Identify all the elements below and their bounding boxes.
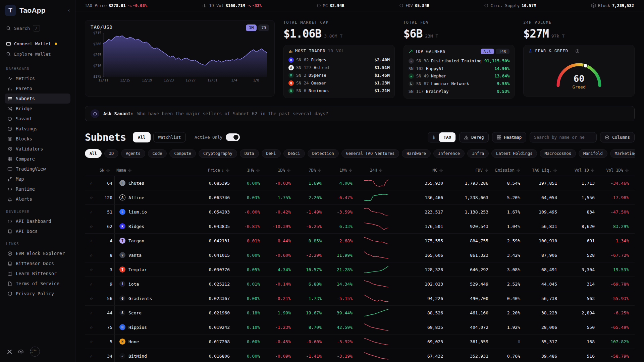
table-row-iota[interactable]: ☆ 9 iiota 0.025212 0.01% -0.14% 6.88% 14… xyxy=(85,277,635,291)
favorite-star-icon[interactable]: ☆ xyxy=(90,238,93,244)
top-gainer-item[interactable]: ▲SN 49Nepher13.84% xyxy=(409,72,510,80)
sidebar-item-api-docs[interactable]: API Docs xyxy=(5,226,70,236)
table-row-affine[interactable]: ☆ 120 AAffine 0.063746 0.03% 1.75% 2.26%… xyxy=(85,190,635,205)
range-button-1m[interactable]: 1M xyxy=(246,24,257,31)
category-chip-agents[interactable]: Agents xyxy=(121,149,145,158)
explore-wallet-button[interactable]: Explore Wallet xyxy=(5,49,70,59)
category-chip-latent-holdings[interactable]: Latent Holdings xyxy=(491,149,537,158)
top-gainer-item[interactable]: ✳SN 38Distributed Training91,115.50% xyxy=(409,57,510,65)
sidebar-item-bittensor-docs[interactable]: Bittensor Docs xyxy=(5,258,70,268)
column-header-1d[interactable]: 1D% xyxy=(262,168,293,173)
column-move-icon[interactable] xyxy=(348,168,353,172)
favorite-star-icon[interactable]: ☆ xyxy=(90,324,93,330)
top-gainer-item[interactable]: LSN 87Luminar Network9.55% xyxy=(409,80,510,87)
gainers-tab-t40[interactable]: T40 xyxy=(496,49,509,54)
x-social-icon[interactable] xyxy=(7,349,12,355)
sidebar-item-learn-bittensor[interactable]: Learn Bittensor xyxy=(5,268,70,279)
column-move-icon[interactable] xyxy=(591,168,595,172)
favorite-star-icon[interactable]: ☆ xyxy=(90,223,93,229)
column-header-name[interactable]: Name xyxy=(114,168,181,173)
table-row-score[interactable]: ☆ 44 SScore 0.021960 0.18% 1.99% 19.67% … xyxy=(85,306,635,320)
most-traded-item[interactable]: QSN 24Quasar$1.23M xyxy=(288,79,390,87)
table-row-hone[interactable]: ☆ 5 HHone 0.017208 0.00% -0.45% -0.60% -… xyxy=(85,335,635,349)
columns-button[interactable]: Columns xyxy=(600,132,635,142)
column-move-icon[interactable] xyxy=(226,168,230,172)
table-row-vanta[interactable]: ☆ 8 VVanta 0.041015 0.00% -0.60% -2.29% … xyxy=(85,248,635,262)
category-chip-hardware[interactable]: Hardware xyxy=(402,149,431,158)
table-row-bitmind[interactable]: ☆ 34 ✓BitMind 0.016806 0.00% -0.09% -1.4… xyxy=(85,349,635,362)
column-header-price[interactable]: Price↓ xyxy=(181,168,232,173)
category-chip-desci[interactable]: DeSci xyxy=(283,149,305,158)
column-move-icon[interactable] xyxy=(318,168,322,172)
category-chip-cryptography[interactable]: Cryptography xyxy=(199,149,237,158)
column-header-1m[interactable]: 1M% xyxy=(324,168,355,173)
connect-wallet-button[interactable]: Connect Wallet xyxy=(5,39,70,49)
table-row-chutes[interactable]: ☆ 64 CChutes 0.085395 0.00% -0.03% 1.69%… xyxy=(85,176,635,190)
category-chip-manifold[interactable]: Manifold xyxy=(579,149,607,158)
column-move-icon[interactable] xyxy=(256,168,260,172)
favorite-star-icon[interactable]: ☆ xyxy=(90,209,93,215)
favorite-star-icon[interactable]: ☆ xyxy=(90,194,93,200)
view-tab-watchlist[interactable]: Watchlist xyxy=(153,132,186,142)
column-header-vol-1d[interactable]: Vol 1D% xyxy=(597,168,631,173)
most-traded-item[interactable]: RSN 62Ridges$2.40M xyxy=(288,56,390,64)
sidebar-item-tradingview[interactable]: TradingView xyxy=(5,164,70,174)
category-chip-defi[interactable]: DeFi xyxy=(262,149,281,158)
category-chip-detection[interactable]: Detection xyxy=(308,149,339,158)
column-move-icon[interactable] xyxy=(516,168,520,172)
column-header-vol-1d[interactable]: Vol 1D xyxy=(559,168,597,173)
column-move-icon[interactable] xyxy=(128,168,132,172)
column-header-tao-liq[interactable]: TAO Liq. xyxy=(522,168,559,173)
most-traded-item[interactable]: NSN 6Numinous$1.21M xyxy=(288,87,390,95)
sidebar-item-pareto[interactable]: Pareto xyxy=(5,83,70,94)
favorite-star-icon[interactable]: ☆ xyxy=(90,281,93,287)
sidebar-item-savant[interactable]: Savant xyxy=(5,114,70,124)
column-header-sn[interactable]: SN xyxy=(98,168,114,173)
subnet-search-input[interactable] xyxy=(530,132,597,142)
favorite-star-icon[interactable]: ☆ xyxy=(90,310,93,316)
top-gainer-item[interactable]: SN 103HappyAI14.96% xyxy=(409,65,510,72)
sidebar-item-halvings[interactable]: Halvings xyxy=(5,124,70,134)
sidebar-collapse-button[interactable]: ‹ xyxy=(67,7,70,13)
column-move-icon[interactable] xyxy=(625,168,629,172)
sidebar-item-runtime[interactable]: Runtime xyxy=(5,184,70,194)
app-logo[interactable]: T xyxy=(5,5,16,16)
dereg-button[interactable]: Dereg xyxy=(459,132,489,142)
sidebar-item-terms-of-service[interactable]: Terms of Service xyxy=(5,279,70,289)
table-row-ridges[interactable]: ☆ 62 RRidges 0.043835 -0.81% -10.39% -6.… xyxy=(85,219,635,234)
sidebar-item-map[interactable]: Map xyxy=(5,174,70,184)
top-gainer-item[interactable]: SN 117BrainPlay8.53% xyxy=(409,87,510,95)
category-chip-3d[interactable]: 3D xyxy=(104,149,118,158)
table-row-hippius[interactable]: ☆ 75 HHippius 0.019242 0.10% -1.23% 8.70… xyxy=(85,320,635,335)
category-chip-compute[interactable]: Compute xyxy=(169,149,196,158)
currency-option-usd[interactable]: $ xyxy=(428,132,439,142)
column-header-7d[interactable]: 7D% xyxy=(293,168,324,173)
category-chip-marketing[interactable]: Marketing xyxy=(610,149,635,158)
category-chip-data[interactable]: Data xyxy=(240,149,259,158)
column-header-24h[interactable]: 24H xyxy=(355,168,398,173)
column-move-icon[interactable] xyxy=(553,168,557,172)
category-chip-all[interactable]: All xyxy=(85,149,102,158)
sidebar-item-blocks[interactable]: Blocks xyxy=(5,134,70,144)
category-chip-infra[interactable]: Infra xyxy=(467,149,489,158)
column-header-fdv[interactable]: FDV xyxy=(445,168,490,173)
heatmap-button[interactable]: Heatmap xyxy=(492,132,527,142)
discord-icon[interactable] xyxy=(18,348,24,355)
column-move-icon[interactable] xyxy=(106,168,110,172)
table-row-lium-io[interactable]: ☆ 51 Llium.io 0.054203 -0.00% -0.42% -1.… xyxy=(85,205,635,219)
favorite-star-icon[interactable]: ☆ xyxy=(90,252,93,258)
column-move-icon[interactable] xyxy=(439,168,443,172)
category-chip-macrocosmos[interactable]: Macrocosmos xyxy=(540,149,576,158)
range-button-7d[interactable]: 7D xyxy=(258,24,269,31)
sidebar-item-validators[interactable]: Validators xyxy=(5,144,70,154)
column-move-icon[interactable] xyxy=(379,168,383,172)
favorite-star-icon[interactable]: ☆ xyxy=(90,339,93,345)
sidebar-item-alerts[interactable]: Alerts xyxy=(5,194,70,204)
sidebar-item-bridge[interactable]: Bridge xyxy=(5,104,70,114)
column-move-icon[interactable] xyxy=(287,168,291,172)
column-header-1h[interactable]: 1H% xyxy=(232,168,262,173)
tao-usd-chart[interactable]: $315$280$245$210$17512/1112/1512/1912/23… xyxy=(91,31,269,88)
column-header-emission[interactable]: Emission xyxy=(490,168,522,173)
info-icon[interactable] xyxy=(575,49,580,53)
most-traded-item[interactable]: DSN 2DSperse$1.45M xyxy=(288,71,390,79)
